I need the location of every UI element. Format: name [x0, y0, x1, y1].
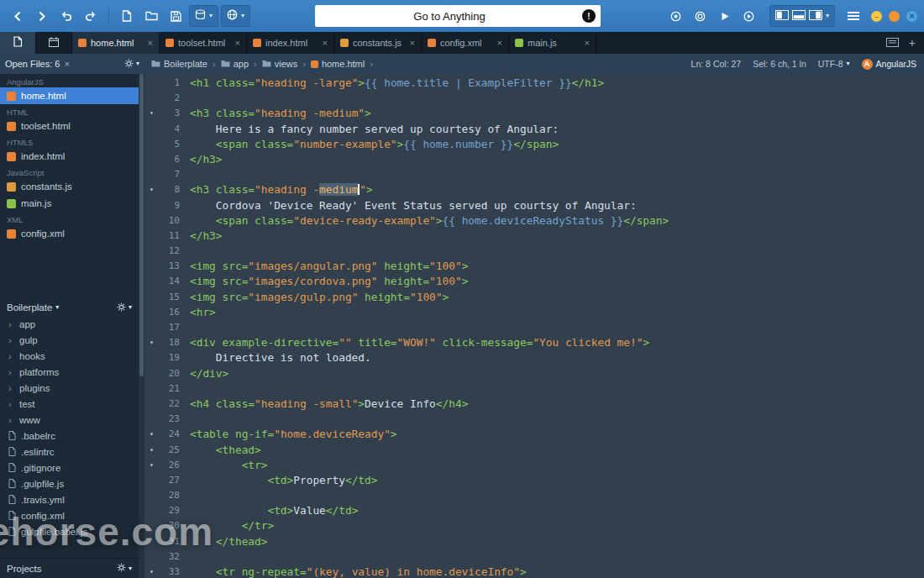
tab-list-icon[interactable]: [886, 36, 899, 50]
tree-file-gulpfile.babel.js[interactable]: gulpfile.babel.js: [0, 523, 139, 539]
code-line[interactable]: 16<hr>: [144, 305, 924, 320]
scrollbar-thumb[interactable]: [139, 74, 144, 376]
code-line[interactable]: 2: [144, 91, 924, 106]
code-line[interactable]: 27 <td>Property</td>: [144, 473, 924, 488]
tab-close-icon[interactable]: ×: [323, 38, 328, 48]
code-line[interactable]: 30 </tr>: [144, 518, 924, 533]
tree-file-.gitignore[interactable]: .gitignore: [0, 460, 139, 476]
tab-close-icon[interactable]: ×: [235, 38, 240, 48]
pane-bottom-icon[interactable]: [792, 8, 806, 24]
code-line[interactable]: ▾18<div example-directive="" title="WOW!…: [144, 335, 924, 350]
code-line[interactable]: 22<h4 class="heading -small">Device Info…: [144, 397, 924, 412]
code-line[interactable]: 14<img src="images/cordova.png" height="…: [144, 274, 924, 289]
tab-index.html[interactable]: index.html×: [247, 32, 334, 54]
code-line[interactable]: 29 <td>Value</td>: [144, 503, 924, 518]
tree-folder-platforms[interactable]: ›platforms: [0, 364, 139, 380]
tree-folder-plugins[interactable]: ›plugins: [0, 380, 139, 396]
projects-gear-button[interactable]: ▾: [117, 563, 132, 574]
code-line[interactable]: 6</h3>: [144, 152, 924, 167]
fold-toggle-icon[interactable]: ▾: [144, 427, 159, 442]
open-file-constants.js[interactable]: constants.js: [0, 178, 139, 195]
panel-tab-files[interactable]: [0, 32, 36, 54]
fold-toggle-icon[interactable]: ▾: [144, 565, 159, 578]
search-info-icon[interactable]: !: [582, 9, 596, 23]
macro-target-icon[interactable]: [690, 5, 711, 27]
undo-button[interactable]: [55, 5, 77, 27]
tree-file-.eslintrc[interactable]: .eslintrc: [0, 444, 139, 460]
places-gear-button[interactable]: ▾: [117, 302, 132, 313]
open-folder-button[interactable]: [140, 5, 162, 27]
open-file-toolset.html[interactable]: toolset.html: [0, 118, 139, 134]
code-line[interactable]: 10 <span class="device-ready-example">{{…: [144, 213, 924, 229]
save-button[interactable]: [165, 5, 186, 27]
new-tab-button[interactable]: +: [909, 36, 916, 50]
tree-file-.babelrc[interactable]: .babelrc: [0, 428, 139, 444]
code-line[interactable]: 21: [144, 381, 924, 397]
tab-close-icon[interactable]: ×: [497, 38, 502, 48]
breadcrumb-item-views[interactable]: views: [262, 59, 298, 69]
code-line[interactable]: 4 Here is a fancy number served up court…: [144, 122, 924, 137]
code-line[interactable]: ▾8<h3 class="heading -medium">: [144, 182, 924, 197]
breadcrumb-item-app[interactable]: app: [221, 59, 249, 69]
macro-record-icon[interactable]: [665, 5, 687, 27]
fold-toggle-icon[interactable]: ▾: [144, 182, 159, 197]
tab-config.xml[interactable]: config.xml×: [422, 32, 509, 54]
code-line[interactable]: 1<h1 class="heading -large">{{ home.titl…: [144, 76, 924, 91]
code-editor[interactable]: 1<h1 class="heading -large">{{ home.titl…: [144, 74, 924, 578]
code-line[interactable]: 15<img src="images/gulp.png" height="100…: [144, 290, 924, 305]
pane-right-icon[interactable]: [809, 8, 822, 24]
code-line[interactable]: 9 Cordova 'Device Ready' Event Status se…: [144, 198, 924, 213]
code-line[interactable]: 17: [144, 320, 924, 335]
code-line[interactable]: 23: [144, 412, 924, 427]
tree-file-.travis.yml[interactable]: .travis.yml: [0, 491, 139, 507]
layout-switcher[interactable]: ▾: [769, 5, 835, 27]
sidebar-scrollbar[interactable]: [139, 74, 144, 578]
encoding-selector[interactable]: UTF-8 ▾: [818, 59, 850, 69]
tab-close-icon[interactable]: ×: [148, 38, 153, 48]
tree-file-.gulpfile.js[interactable]: .gulpfile.js: [0, 476, 139, 491]
language-selector[interactable]: A AngularJS: [862, 59, 916, 70]
tree-folder-test[interactable]: ›test: [0, 396, 139, 412]
restore-button[interactable]: [889, 11, 900, 22]
tree-file-config.xml[interactable]: config.xml: [0, 507, 139, 523]
go-to-anything-input[interactable]: [315, 5, 601, 27]
open-file-config.xml[interactable]: config.xml: [0, 225, 139, 242]
hamburger-menu-icon[interactable]: [843, 5, 864, 27]
code-line[interactable]: 31 </thead>: [144, 534, 924, 549]
tab-home.html[interactable]: home.html×: [72, 32, 160, 54]
code-line[interactable]: 32: [144, 549, 924, 565]
code-line[interactable]: 13<img src="images/angular.png" height="…: [144, 259, 924, 274]
back-button[interactable]: [7, 5, 29, 27]
tab-main.js[interactable]: main.js×: [509, 32, 596, 54]
tab-close-icon[interactable]: ×: [585, 38, 590, 48]
open-file-main.js[interactable]: main.js: [0, 195, 139, 212]
code-line[interactable]: 5 <span class="number-example">{{ home.n…: [144, 137, 924, 152]
panel-gear-button[interactable]: ▾: [124, 59, 139, 70]
places-header[interactable]: Boilerplate ▾ ▾: [0, 299, 139, 316]
fold-toggle-icon[interactable]: ▾: [144, 106, 159, 121]
source-control-button[interactable]: ▾: [189, 5, 218, 27]
fold-toggle-icon[interactable]: ▾: [144, 443, 159, 458]
tree-folder-hooks[interactable]: ›hooks: [0, 348, 139, 364]
code-line[interactable]: 11</h3>: [144, 229, 924, 244]
close-window-button[interactable]: ✕: [906, 11, 917, 22]
pane-left-icon[interactable]: [775, 8, 789, 24]
code-line[interactable]: 19 Directive is not loaded.: [144, 350, 924, 365]
code-line[interactable]: ▾25 <thead>: [144, 443, 924, 458]
new-file-button[interactable]: [116, 5, 138, 27]
macro-play-icon[interactable]: [714, 5, 736, 27]
code-line[interactable]: ▾33 <tr ng-repeat="(key, value) in home.…: [144, 565, 924, 578]
macro-run-icon[interactable]: [738, 5, 760, 27]
redo-button[interactable]: [80, 5, 102, 27]
tree-folder-app[interactable]: ›app: [0, 316, 139, 332]
code-line[interactable]: 20</div>: [144, 366, 924, 381]
breadcrumb-item-Boilerplate[interactable]: Boilerplate: [151, 59, 207, 69]
code-line[interactable]: 28: [144, 488, 924, 503]
open-file-home.html[interactable]: home.html: [0, 87, 139, 104]
forward-button[interactable]: [31, 5, 53, 27]
code-line[interactable]: 12: [144, 244, 924, 259]
open-file-index.html[interactable]: index.html: [0, 148, 139, 165]
breadcrumb-item-home.html[interactable]: home.html: [311, 59, 365, 69]
preview-button[interactable]: ▾: [221, 5, 250, 27]
minimize-button[interactable]: –: [871, 11, 882, 22]
